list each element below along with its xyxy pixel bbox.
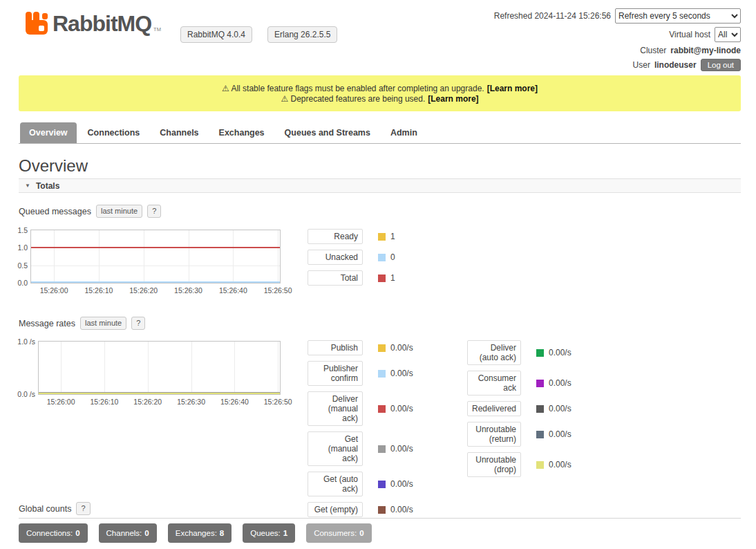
- legend-swatch-icon: [378, 370, 386, 378]
- channels-count-badge: Channels: 0: [99, 523, 157, 543]
- collapse-triangle-icon: ▼: [25, 183, 30, 189]
- tab-channels[interactable]: Channels: [151, 122, 207, 143]
- cluster-name: rabbit@my-linode: [670, 46, 741, 55]
- legend-value: 0.00/s: [549, 378, 571, 388]
- global-counts-title: Global counts: [19, 504, 71, 514]
- legend-row: Get (auto ack) 0.00/s: [308, 472, 413, 496]
- queued-messages-header: Queued messages last minute ?: [19, 205, 161, 218]
- legend-swatch-icon: [536, 349, 544, 357]
- legend-swatch-icon: [378, 481, 386, 488]
- user-label: User: [633, 60, 650, 70]
- feature-flags-learn-more-link[interactable]: [Learn more]: [487, 84, 538, 93]
- message-rates-legend-left: Publish 0.00/s Publisher confirm 0.00/s …: [308, 340, 413, 517]
- y-tick-label: 0.5: [17, 261, 28, 270]
- queued-messages-help-button[interactable]: ?: [147, 205, 161, 218]
- exchanges-count-badge: Exchanges: 8: [168, 523, 232, 543]
- queues-count-badge: Queues: 1: [243, 523, 295, 543]
- tab-exchanges[interactable]: Exchanges: [210, 122, 274, 143]
- legend-value: 1: [390, 232, 395, 241]
- deprecated-features-warning: ⚠ Deprecated features are being used.[Le…: [281, 94, 478, 104]
- legend-row: Total 1: [308, 270, 395, 286]
- legend-row: Consumer ack 0.00/s: [467, 371, 571, 396]
- totals-section-title: Totals: [36, 181, 59, 191]
- queued-messages-plot: 1.5 1.0 0.5 0.0 15:26:00 15:26:10 15:26:…: [30, 230, 281, 283]
- cluster-label: Cluster: [640, 46, 666, 55]
- legend-label: Unroutable (return): [467, 422, 521, 447]
- gridline: [234, 342, 235, 394]
- logout-button[interactable]: Log out: [701, 59, 741, 71]
- logo-wordmark: RabbitMQ: [53, 10, 151, 37]
- series-line-total: [31, 247, 280, 248]
- legend-row: Deliver (manual ack) 0.00/s: [308, 391, 413, 426]
- legend-value: 0.00/s: [549, 429, 571, 439]
- consumers-count-badge: Consumers: 0: [306, 523, 371, 543]
- virtual-host-select[interactable]: All: [715, 27, 741, 42]
- gridline: [104, 342, 105, 394]
- y-tick-label: 0.0: [17, 279, 28, 287]
- badge-value: 0: [144, 529, 149, 537]
- legend-swatch-icon: [536, 461, 544, 469]
- trademark-label: TM: [153, 26, 161, 32]
- badge-value: 8: [220, 529, 224, 537]
- legend-label: Unacked: [308, 250, 363, 265]
- legend-swatch-icon: [536, 431, 544, 438]
- badge-label: Exchanges:: [176, 529, 217, 537]
- gridline: [148, 342, 149, 394]
- rabbitmq-logo[interactable]: RabbitMQ TM: [23, 10, 161, 37]
- badge-value: 0: [75, 529, 79, 537]
- legend-label: Ready: [308, 229, 363, 244]
- global-counts-help-button[interactable]: ?: [76, 502, 90, 515]
- refresh-row: Refreshed 2024-11-24 15:26:56 Refresh ev…: [494, 8, 741, 24]
- gridline: [144, 230, 144, 283]
- legend-swatch-icon: [378, 405, 386, 413]
- message-rates-legend-right: Deliver (auto ack) 0.00/s Consumer ack 0…: [467, 340, 571, 477]
- version-badges: RabbitMQ 4.0.4 Erlang 26.2.5.5: [180, 26, 337, 43]
- warning-icon: ⚠ All stable feature flags must be enabl…: [222, 84, 484, 93]
- x-tick-label: 15:26:00: [47, 398, 75, 406]
- y-tick-label: 1.0 /s: [17, 337, 35, 346]
- gridline: [278, 230, 278, 283]
- refresh-interval-select[interactable]: Refresh every 5 seconds: [615, 8, 741, 24]
- legend-label: Publisher confirm: [308, 361, 363, 386]
- tab-admin[interactable]: Admin: [381, 122, 426, 143]
- tab-queues-and-streams[interactable]: Queues and Streams: [276, 122, 379, 143]
- deprecated-learn-more-link[interactable]: [Learn more]: [428, 94, 478, 104]
- refreshed-timestamp: Refreshed 2024-11-24 15:26:56: [494, 11, 611, 21]
- legend-label: Unroutable (drop): [467, 452, 521, 477]
- virtual-host-label: Virtual host: [669, 30, 710, 39]
- x-tick-label: 15:26:10: [84, 286, 113, 295]
- x-tick-label: 15:26:10: [90, 398, 118, 406]
- legend-row: Unroutable (drop) 0.00/s: [467, 452, 571, 477]
- legend-label: Deliver (manual ack): [308, 391, 363, 426]
- badge-label: Consumers:: [314, 529, 357, 537]
- virtual-host-row: Virtual host All: [669, 27, 741, 42]
- message-rates-range-button[interactable]: last minute: [80, 317, 126, 330]
- y-tick-label: 0.0 /s: [17, 390, 35, 398]
- legend-label: Consumer ack: [467, 371, 521, 396]
- legend-swatch-icon: [536, 380, 544, 387]
- user-name: linodeuser: [654, 60, 697, 70]
- badge-label: Connections:: [26, 529, 73, 537]
- main-nav-tabs: Overview Connections Channels Exchanges …: [19, 122, 741, 144]
- tab-overview[interactable]: Overview: [20, 122, 77, 143]
- legend-swatch-icon: [378, 445, 386, 453]
- legend-value: 0.00/s: [549, 348, 571, 357]
- legend-label: Get (manual ack): [308, 431, 363, 466]
- x-tick-label: 15:26:50: [264, 286, 292, 295]
- tab-connections[interactable]: Connections: [79, 122, 149, 143]
- footer-divider: [19, 518, 741, 519]
- legend-row: Get (manual ack) 0.00/s: [308, 431, 413, 466]
- legend-row: Unroutable (return) 0.00/s: [467, 422, 571, 447]
- warning-banner: ⚠ All stable feature flags must be enabl…: [19, 75, 741, 111]
- legend-label: Get (empty): [308, 502, 363, 517]
- queued-messages-range-button[interactable]: last minute: [96, 205, 142, 218]
- x-tick-label: 15:26:50: [264, 398, 292, 406]
- totals-section-header[interactable]: ▼ Totals: [19, 178, 741, 193]
- message-rates-header: Message rates last minute ?: [19, 317, 145, 330]
- queued-messages-legend: Ready 1 Unacked 0 Total 1: [308, 229, 395, 286]
- page-title: Overview: [19, 156, 88, 176]
- legend-swatch-icon: [378, 233, 386, 241]
- message-rates-help-button[interactable]: ?: [131, 317, 145, 330]
- legend-swatch-icon: [378, 254, 386, 261]
- legend-row: Publish 0.00/s: [308, 340, 413, 355]
